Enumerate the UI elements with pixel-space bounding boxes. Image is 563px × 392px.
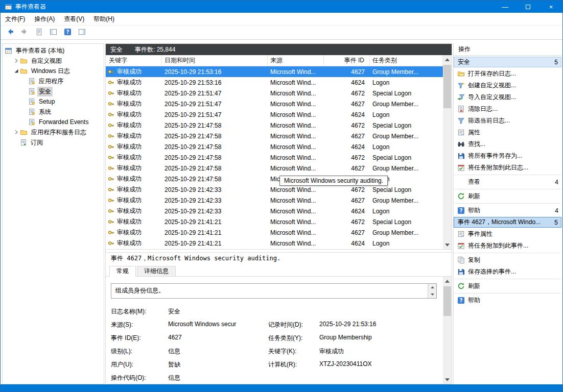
- forward-button[interactable]: [19, 27, 30, 38]
- tree-item-label: 订阅: [29, 138, 44, 148]
- folder-icon: [20, 57, 28, 65]
- action-refresh[interactable]: 刷新: [454, 280, 561, 292]
- column-header-date-time[interactable]: 日期和时间: [162, 55, 268, 66]
- field-label: 来源(S):: [111, 321, 168, 329]
- action-save-selected-events[interactable]: 保存选择的事件...: [454, 266, 561, 278]
- event-row[interactable]: 审核成功2025-10-29 21:53:16Microsoft Wind...…: [106, 77, 443, 88]
- action-attach-task-to-event[interactable]: 将任务附加到此事件...: [454, 240, 561, 252]
- scroll-down-button[interactable]: [443, 375, 452, 384]
- collapse-glyph[interactable]: 5: [554, 59, 558, 66]
- tree-item-root[interactable]: 事件查看器 (本地): [3, 45, 104, 56]
- submenu-glyph: 4: [555, 207, 561, 214]
- maximize-button[interactable]: [517, 1, 539, 13]
- document-button[interactable]: [33, 27, 44, 38]
- scroll-up-icon[interactable]: [428, 284, 436, 291]
- event-row[interactable]: 审核成功2025-10-29 21:47:58Microsoft Wind...…: [106, 120, 443, 131]
- event-row[interactable]: 审核成功2025-10-29 21:47:58Microsoft Wind...…: [106, 131, 443, 141]
- action-create-custom-view[interactable]: 创建自定义视图...: [454, 80, 561, 91]
- action-copy[interactable]: 复制: [454, 254, 561, 266]
- category-cell: Special Logon: [370, 218, 443, 226]
- menu-help[interactable]: 帮助(H): [89, 15, 119, 23]
- tree-item-forwarded-events[interactable]: Forwarded Events: [3, 117, 104, 127]
- maximize-icon: [526, 5, 530, 9]
- title-bar: 事件查看器 — ×: [1, 1, 562, 13]
- action-properties[interactable]: 属性: [454, 127, 561, 138]
- tree-item-setup[interactable]: Setup: [3, 96, 104, 107]
- action-help[interactable]: ?帮助4: [454, 205, 561, 216]
- tree-item-security[interactable]: 安全: [3, 86, 104, 96]
- event-id-cell: 4627: [324, 133, 370, 140]
- action-pane-toggle-button[interactable]: [76, 27, 87, 38]
- tree-item-application[interactable]: 应用程序: [3, 76, 104, 86]
- event-row[interactable]: 审核成功2025-10-29 21:51:47Microsoft Wind...…: [106, 109, 443, 120]
- event-row[interactable]: 审核成功2025-10-29 21:47:58Microsoft Wind...…: [106, 163, 443, 174]
- event-row[interactable]: 审核成功2025-10-29 21:42:33Microsoft Wind...…: [106, 184, 443, 195]
- action-import-custom-view[interactable]: 导入自定义视图...: [454, 91, 561, 103]
- column-header-event-id[interactable]: 事件 ID: [324, 55, 370, 66]
- event-description-box[interactable]: 组成员身份信息。: [111, 283, 437, 299]
- actions-header-security-log[interactable]: 安全5: [454, 57, 561, 67]
- close-button[interactable]: ×: [539, 1, 562, 13]
- column-header-task-category[interactable]: 任务类别: [370, 55, 443, 66]
- field-label: 记录时间(D):: [268, 321, 319, 329]
- field-value: 2025-10-29 21:53:16: [319, 321, 443, 329]
- event-row[interactable]: 审核成功2025-10-29 21:51:47Microsoft Wind...…: [106, 99, 443, 109]
- tree-item-custom-views[interactable]: 自定义视图: [3, 56, 104, 66]
- event-row[interactable]: 审核成功2025-10-29 21:41:21Microsoft Wind...…: [106, 227, 443, 238]
- event-row[interactable]: 审核成功2025-10-29 21:51:47Microsoft Wind...…: [106, 88, 443, 99]
- field-value: 信息: [168, 347, 268, 356]
- action-view[interactable]: 查看4: [454, 176, 561, 188]
- scroll-track[interactable]: [443, 64, 452, 240]
- scroll-down-icon[interactable]: [428, 291, 436, 298]
- expander-icon[interactable]: [13, 130, 20, 135]
- action-event-properties[interactable]: 事件属性: [454, 228, 561, 240]
- event-row[interactable]: 审核成功2025-10-29 21:53:16Microsoft Wind...…: [106, 66, 443, 77]
- scroll-down-button[interactable]: [443, 240, 452, 249]
- event-row[interactable]: 审核成功2025-10-29 21:47:58Microsoft Wind...…: [106, 152, 443, 163]
- help-button[interactable]: ?: [62, 27, 73, 38]
- event-row[interactable]: 审核成功2025-10-29 21:41:21Microsoft Wind...…: [106, 238, 443, 249]
- tab-general[interactable]: 常规: [109, 266, 136, 277]
- scroll-track[interactable]: [443, 285, 452, 375]
- tree-item-windows-logs[interactable]: Windows 日志: [3, 66, 104, 76]
- action-clear-log[interactable]: 清除日志...: [454, 103, 561, 115]
- tab-details[interactable]: 详细信息: [137, 266, 176, 277]
- action-open-saved-log[interactable]: 打开保存的日志...: [454, 68, 561, 80]
- back-button[interactable]: [5, 27, 16, 38]
- category-cell: Special Logon: [370, 122, 443, 129]
- scroll-thumb[interactable]: [443, 286, 451, 316]
- action-filter-current-log[interactable]: 筛选当前日志...: [454, 115, 561, 127]
- tree-item-subscriptions[interactable]: 订阅: [3, 137, 104, 148]
- scroll-thumb[interactable]: [443, 65, 451, 108]
- action-attach-task-to-log[interactable]: 将任务附加到此日志...: [454, 162, 561, 174]
- tree-item-apps-services-logs[interactable]: 应用程序和服务日志: [3, 127, 104, 137]
- menu-file[interactable]: 文件(F): [1, 15, 30, 23]
- action-help[interactable]: ?帮助: [454, 295, 561, 306]
- event-row[interactable]: 审核成功2025-10-29 21:42:33Microsoft Wind...…: [106, 195, 443, 206]
- column-header-keyword[interactable]: 关键字: [106, 55, 162, 66]
- collapse-glyph[interactable]: 5: [554, 219, 558, 226]
- log-icon: [28, 118, 35, 126]
- detail-scrollbar[interactable]: [443, 277, 452, 384]
- menu-action[interactable]: 操作(A): [30, 15, 59, 23]
- action-refresh[interactable]: 刷新: [454, 190, 561, 202]
- list-scrollbar[interactable]: [443, 55, 452, 249]
- event-row[interactable]: 审核成功2025-10-29 21:42:33Microsoft Wind...…: [106, 206, 443, 216]
- action-save-all-events-as[interactable]: 将所有事件另存为...: [454, 150, 561, 162]
- expander-icon[interactable]: [13, 58, 20, 63]
- event-row[interactable]: 审核成功2025-10-29 21:41:21Microsoft Wind...…: [106, 216, 443, 227]
- datetime-cell: 2025-10-29 21:47:58: [162, 154, 268, 161]
- minimize-button[interactable]: —: [494, 1, 517, 13]
- expander-icon[interactable]: [13, 68, 20, 74]
- event-row[interactable]: 审核成功2025-10-29 21:47:58Microsoft Wind...…: [106, 141, 443, 152]
- console-tree-toggle-button[interactable]: [48, 27, 59, 38]
- actions-header-event-4627[interactable]: 事件 4627，Microsoft Windo...5: [454, 217, 561, 228]
- menu-view[interactable]: 查看(V): [59, 15, 89, 23]
- action-find[interactable]: 查找...: [454, 138, 561, 150]
- scroll-up-button[interactable]: [443, 277, 452, 285]
- event-row[interactable]: 审核成功2025-10-29 21:47:58Microsoft Wind...…: [106, 174, 443, 184]
- save-icon: [457, 152, 468, 160]
- column-header-source[interactable]: 来源: [268, 55, 324, 66]
- tree-item-system[interactable]: 系统: [3, 107, 104, 117]
- scroll-up-button[interactable]: [443, 55, 452, 64]
